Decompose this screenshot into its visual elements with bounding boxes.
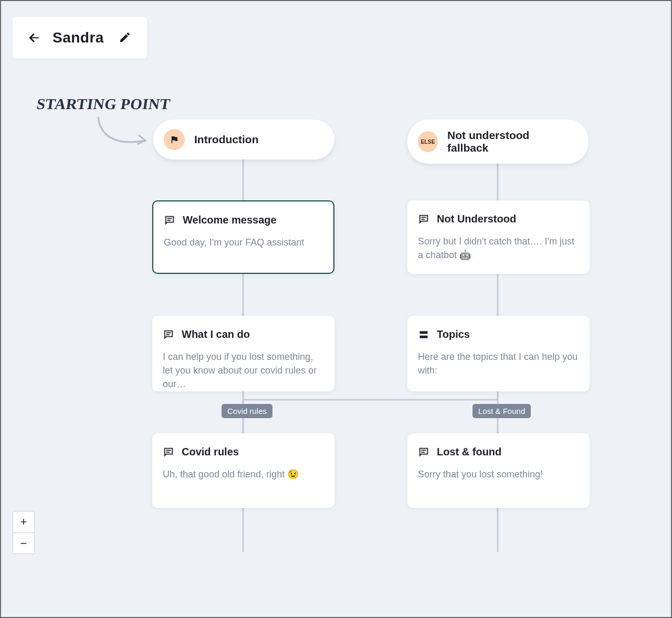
back-arrow-icon[interactable] [27,31,41,45]
connector-lines [1,1,672,618]
edit-name-icon[interactable] [119,31,132,45]
node-title: Lost & found [437,446,501,458]
zoom-out-button[interactable]: − [13,532,34,553]
chat-icon [164,215,175,226]
chat-icon [418,214,429,225]
node-body: Sorry but I didn't catch that…. I'm just… [418,235,579,262]
node-welcome-message[interactable]: Welcome message Good day, I'm your FAQ a… [152,200,334,274]
node-what-i-can-do[interactable]: What I can do I can help you if you lost… [152,316,334,391]
node-title: Covid rules [182,446,239,458]
zoom-in-button[interactable]: + [13,512,34,532]
chat-icon [163,446,174,458]
zoom-controls: + − [13,511,35,554]
root-title: Not understood fallback [447,129,568,154]
node-title: What I can do [182,328,250,340]
starting-point-arrow-icon [96,114,153,151]
flow-canvas[interactable]: Sandra STARTING POINT Introduction ELSE … [1,1,671,617]
node-body: Sorry that you lost something! [418,467,579,481]
root-node-fallback[interactable]: ELSE Not understood fallback [407,120,589,164]
node-body: Uh, that good old friend, right 😉 [163,467,324,481]
node-body: Here are the topics that I can help you … [418,350,579,377]
node-not-understood[interactable]: Not Understood Sorry but I didn't catch … [407,200,590,274]
node-lost-found[interactable]: Lost & found Sorry that you lost somethi… [407,433,590,508]
node-body: I can help you if you lost something, le… [163,350,324,391]
flow-header: Sandra [13,17,147,59]
flow-title: Sandra [52,29,104,46]
flag-icon [164,129,185,150]
node-topics[interactable]: Topics Here are the topics that I can he… [407,316,590,391]
branch-tag-covid[interactable]: Covid rules [222,404,272,418]
node-title: Not Understood [437,213,516,225]
starting-point-label: STARTING POINT [36,95,172,113]
node-title: Welcome message [183,214,277,226]
svg-rect-13 [420,331,428,334]
node-title: Topics [437,328,470,340]
viewport: Sandra STARTING POINT Introduction ELSE … [0,0,672,618]
svg-rect-14 [420,335,428,338]
node-body: Good day, I'm your FAQ assistant [164,236,323,249]
node-covid-rules[interactable]: Covid rules Uh, that good old friend, ri… [152,433,334,508]
else-badge: ELSE [418,131,438,152]
root-node-introduction[interactable]: Introduction [153,120,334,159]
branch-tag-lost[interactable]: Lost & Found [472,404,531,418]
list-icon [418,329,429,340]
chat-icon [418,446,429,458]
root-title: Introduction [194,133,258,146]
chat-icon [163,329,174,340]
